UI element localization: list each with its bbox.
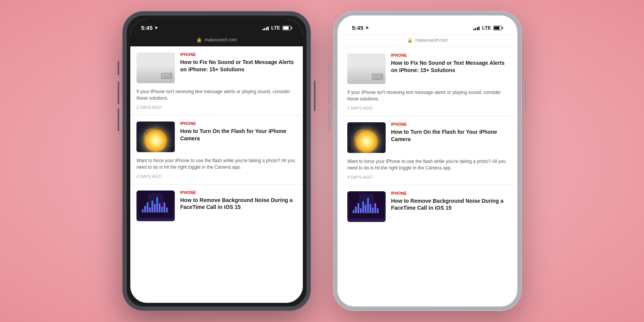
svg-rect-8 [136,122,175,152]
left-location-icon: ➤ [154,25,158,30]
svg-rect-44 [355,206,357,213]
right-lte-label: LTE [482,25,491,31]
svg-rect-48 [365,205,367,214]
left-phone: 5:45 ➤ LTE [123,12,310,310]
svg-rect-25 [164,202,166,212]
right-article-1[interactable]: IPHONE How to Fix No Sound or Text Messa… [341,47,514,116]
svg-rect-35 [347,122,386,153]
right-article-3-category: IPHONE [391,191,508,196]
left-article-2-desc: Want to force your iPhone to use the fla… [136,158,297,171]
right-article-1-time: 2 DAYS AGO [347,106,508,110]
right-article-1-title: How to Fix No Sound or Text Message Aler… [391,59,508,74]
right-article-3[interactable]: IPHONE How to Remove Background Noise Du… [341,185,514,227]
left-article-2-meta: IPHONE How to Turn On the Flash for Your… [180,122,297,152]
svg-rect-7 [144,77,161,80]
right-article-1-desc: If your iPhone isn't receiving text mess… [347,89,508,103]
right-notch [402,19,452,31]
svg-rect-45 [358,203,360,213]
svg-rect-24 [161,207,163,212]
right-volume-down-button [329,108,330,131]
svg-rect-23 [159,203,161,212]
svg-rect-0 [136,53,175,83]
svg-rect-26 [166,207,168,213]
volume-down-button [118,108,119,131]
right-article-2-desc: Want to force your iPhone to use the fla… [347,158,508,172]
svg-point-37 [357,132,368,143]
left-article-2-time: 4 DAYS AGO [136,174,297,179]
right-phone-frame: 5:45 ➤ LTE [334,12,521,310]
svg-rect-6 [154,73,158,76]
right-article-3-thumb [347,191,386,222]
right-article-1-meta: IPHONE How to Fix No Sound or Text Messa… [391,53,508,84]
svg-rect-52 [375,203,376,213]
right-lock-icon: 🔒 [407,38,413,43]
right-phone-screen: 5:45 ➤ LTE [341,19,514,303]
left-article-1-category: IPHONE [180,53,297,57]
left-article-1-thumb [136,53,175,83]
svg-rect-19 [149,207,151,213]
left-article-3[interactable]: IPHONE How to Remove Background Noise Du… [130,184,303,227]
svg-rect-50 [370,204,371,213]
right-time: 5:45 ➤ [352,25,369,31]
right-article-2-meta: IPHONE How to Turn On the Flash for Your… [391,122,508,153]
svg-rect-51 [372,207,374,213]
left-phone-frame: 5:45 ➤ LTE [123,12,310,310]
right-article-2[interactable]: IPHONE How to Turn On the Flash for Your… [341,116,514,185]
svg-rect-32 [360,74,364,77]
right-article-2-time: 4 DAYS AGO [347,175,508,179]
svg-point-38 [360,135,366,141]
left-article-2-title: How to Turn On the Flash for Your iPhone… [180,128,297,142]
svg-point-11 [149,134,155,140]
svg-rect-5 [149,73,153,76]
svg-point-10 [146,131,157,142]
svg-point-36 [354,129,371,146]
svg-rect-1 [142,54,163,81]
svg-rect-29 [354,57,373,72]
right-article-1-category: IPHONE [391,53,508,58]
svg-rect-47 [362,201,364,214]
svg-rect-20 [151,200,153,213]
svg-rect-18 [147,202,149,212]
left-article-1-time: 2 DAYS AGO [136,105,297,110]
svg-rect-31 [355,74,359,77]
left-article-1-desc: If your iPhone isn't receiving text mess… [136,89,297,102]
left-article-1-meta: IPHONE How to Fix No Sound or Text Messa… [180,53,297,83]
right-article-3-meta: IPHONE How to Remove Background Noise Du… [391,191,508,222]
left-lte-label: LTE [271,25,280,31]
left-article-3-category: IPHONE [180,191,297,195]
svg-rect-43 [353,210,355,213]
svg-point-12 [150,135,153,138]
right-status-right: LTE [473,25,503,31]
left-notch [192,19,242,31]
left-article-3-title: How to Remove Background Noise During a … [180,197,297,211]
volume-up-button [118,81,119,104]
right-status-bar: 5:45 ➤ LTE [341,19,514,35]
svg-rect-49 [367,198,369,214]
right-volume-up-button [329,81,330,104]
svg-rect-34 [355,78,372,80]
left-lock-icon: 🔒 [196,37,202,43]
right-article-1-thumb [347,53,386,84]
svg-point-13 [144,129,159,145]
right-address-bar[interactable]: 🔒 makeuseof.com [341,35,514,47]
svg-rect-3 [143,72,162,80]
svg-rect-33 [365,74,369,77]
left-status-right: LTE [263,25,292,31]
right-article-3-title: How to Remove Background Noise During a … [391,197,508,212]
right-power-button [525,80,526,111]
right-location-icon: ➤ [365,25,369,30]
left-article-2[interactable]: IPHONE How to Turn On the Flash for Your… [130,115,303,184]
left-article-3-thumb [136,191,175,221]
svg-rect-22 [156,197,158,213]
svg-rect-46 [360,208,362,214]
svg-rect-28 [353,55,374,82]
left-article-2-thumb [136,122,175,152]
svg-rect-16 [142,209,144,212]
left-article-1-title: How to Fix No Sound or Text Message Aler… [180,59,297,73]
svg-point-40 [355,130,370,145]
left-article-1[interactable]: IPHONE How to Fix No Sound or Text Messa… [130,46,303,115]
svg-rect-21 [154,204,156,213]
left-address-bar[interactable]: 🔒 makeuseof.com [130,35,303,46]
left-content-area: IPHONE How to Fix No Sound or Text Messa… [130,46,303,303]
left-article-2-category: IPHONE [180,122,297,126]
